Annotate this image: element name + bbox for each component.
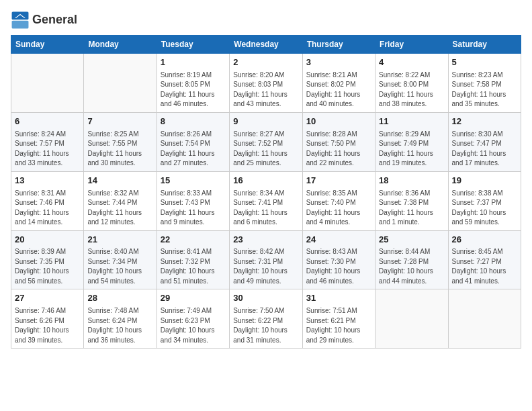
calendar-cell: 7Sunrise: 8:25 AM Sunset: 7:55 PM Daylig… (84, 112, 157, 171)
calendar-cell: 3Sunrise: 8:21 AM Sunset: 8:02 PM Daylig… (302, 54, 375, 113)
calendar-cell: 25Sunrise: 8:44 AM Sunset: 7:28 PM Dayli… (375, 230, 448, 289)
calendar-header-cell: Monday (84, 36, 157, 54)
cell-info-text: Sunrise: 8:30 AM Sunset: 7:47 PM Dayligh… (452, 130, 517, 169)
cell-info-text: Sunrise: 8:22 AM Sunset: 8:00 PM Dayligh… (379, 71, 444, 109)
day-number: 24 (306, 234, 371, 246)
logo: General (11, 11, 77, 30)
calendar-cell: 17Sunrise: 8:35 AM Sunset: 7:40 PM Dayli… (302, 171, 375, 230)
calendar-cell: 5Sunrise: 8:23 AM Sunset: 7:58 PM Daylig… (448, 54, 521, 113)
calendar-cell: 27Sunrise: 7:46 AM Sunset: 6:26 PM Dayli… (11, 289, 84, 349)
calendar-cell: 14Sunrise: 8:32 AM Sunset: 7:44 PM Dayli… (84, 171, 157, 230)
calendar-cell: 26Sunrise: 8:45 AM Sunset: 7:27 PM Dayli… (448, 230, 521, 289)
calendar-cell: 13Sunrise: 8:31 AM Sunset: 7:46 PM Dayli… (11, 171, 84, 230)
day-number: 28 (87, 292, 152, 305)
day-number: 30 (233, 292, 298, 305)
calendar-cell: 16Sunrise: 8:34 AM Sunset: 7:41 PM Dayli… (230, 171, 302, 230)
calendar-cell: 6Sunrise: 8:24 AM Sunset: 7:57 PM Daylig… (11, 112, 84, 171)
day-number: 19 (452, 175, 517, 187)
calendar-cell (375, 289, 448, 349)
cell-info-text: Sunrise: 8:20 AM Sunset: 8:03 PM Dayligh… (233, 71, 298, 109)
cell-info-text: Sunrise: 7:51 AM Sunset: 6:21 PM Dayligh… (306, 306, 371, 345)
svg-rect-2 (12, 21, 29, 29)
cell-info-text: Sunrise: 8:35 AM Sunset: 7:40 PM Dayligh… (306, 189, 371, 228)
day-number: 26 (452, 234, 517, 246)
page-header: General (11, 11, 521, 30)
cell-info-text: Sunrise: 8:34 AM Sunset: 7:41 PM Dayligh… (233, 189, 298, 228)
calendar-header-cell: Saturday (448, 36, 521, 54)
day-number: 7 (87, 116, 152, 128)
cell-info-text: Sunrise: 8:21 AM Sunset: 8:02 PM Dayligh… (306, 71, 371, 109)
svg-rect-1 (12, 12, 29, 20)
day-number: 16 (233, 175, 298, 187)
calendar-cell (84, 54, 157, 113)
calendar-cell: 9Sunrise: 8:27 AM Sunset: 7:52 PM Daylig… (230, 112, 302, 171)
calendar-header-cell: Friday (375, 36, 448, 54)
day-number: 5 (452, 56, 517, 69)
cell-info-text: Sunrise: 8:23 AM Sunset: 7:58 PM Dayligh… (452, 71, 517, 109)
cell-info-text: Sunrise: 8:38 AM Sunset: 7:37 PM Dayligh… (452, 189, 517, 228)
day-number: 10 (306, 116, 371, 128)
calendar-cell: 22Sunrise: 8:41 AM Sunset: 7:32 PM Dayli… (157, 230, 229, 289)
cell-info-text: Sunrise: 8:44 AM Sunset: 7:28 PM Dayligh… (379, 247, 444, 286)
calendar-cell: 29Sunrise: 7:49 AM Sunset: 6:23 PM Dayli… (157, 289, 229, 349)
logo-line1: General (32, 13, 77, 27)
day-number: 25 (379, 234, 444, 246)
day-number: 1 (161, 56, 226, 69)
calendar-table: SundayMondayTuesdayWednesdayThursdayFrid… (11, 35, 521, 349)
cell-info-text: Sunrise: 7:46 AM Sunset: 6:26 PM Dayligh… (15, 306, 80, 345)
calendar-cell (448, 289, 521, 349)
cell-info-text: Sunrise: 8:26 AM Sunset: 7:54 PM Dayligh… (161, 130, 226, 169)
cell-info-text: Sunrise: 8:27 AM Sunset: 7:52 PM Dayligh… (233, 130, 298, 169)
cell-info-text: Sunrise: 7:49 AM Sunset: 6:23 PM Dayligh… (161, 306, 226, 345)
day-number: 17 (306, 175, 371, 187)
calendar-cell: 20Sunrise: 8:39 AM Sunset: 7:35 PM Dayli… (11, 230, 84, 289)
day-number: 11 (379, 116, 444, 128)
day-number: 12 (452, 116, 517, 128)
calendar-cell (11, 54, 84, 113)
cell-info-text: Sunrise: 8:32 AM Sunset: 7:44 PM Dayligh… (87, 189, 152, 228)
calendar-cell: 15Sunrise: 8:33 AM Sunset: 7:43 PM Dayli… (157, 171, 229, 230)
day-number: 18 (379, 175, 444, 187)
day-number: 31 (306, 292, 371, 305)
calendar-cell: 28Sunrise: 7:48 AM Sunset: 6:24 PM Dayli… (84, 289, 157, 349)
calendar-cell: 31Sunrise: 7:51 AM Sunset: 6:21 PM Dayli… (302, 289, 375, 349)
calendar-header-cell: Tuesday (157, 36, 229, 54)
day-number: 4 (379, 56, 444, 69)
calendar-cell: 10Sunrise: 8:28 AM Sunset: 7:50 PM Dayli… (302, 112, 375, 171)
calendar-cell: 11Sunrise: 8:29 AM Sunset: 7:49 PM Dayli… (375, 112, 448, 171)
calendar-cell: 24Sunrise: 8:43 AM Sunset: 7:30 PM Dayli… (302, 230, 375, 289)
calendar-header-cell: Wednesday (230, 36, 302, 54)
day-number: 6 (15, 116, 80, 128)
logo-icon (11, 11, 30, 30)
day-number: 15 (161, 175, 226, 187)
cell-info-text: Sunrise: 8:41 AM Sunset: 7:32 PM Dayligh… (161, 247, 226, 286)
cell-info-text: Sunrise: 8:36 AM Sunset: 7:38 PM Dayligh… (379, 189, 444, 228)
calendar-cell: 2Sunrise: 8:20 AM Sunset: 8:03 PM Daylig… (230, 54, 302, 113)
cell-info-text: Sunrise: 8:25 AM Sunset: 7:55 PM Dayligh… (87, 130, 152, 169)
day-number: 22 (161, 234, 226, 246)
cell-info-text: Sunrise: 8:33 AM Sunset: 7:43 PM Dayligh… (161, 189, 226, 228)
cell-info-text: Sunrise: 8:28 AM Sunset: 7:50 PM Dayligh… (306, 130, 371, 169)
day-number: 9 (233, 116, 298, 128)
calendar-header-cell: Thursday (302, 36, 375, 54)
calendar-cell: 19Sunrise: 8:38 AM Sunset: 7:37 PM Dayli… (448, 171, 521, 230)
calendar-body: 1Sunrise: 8:19 AM Sunset: 8:05 PM Daylig… (11, 54, 521, 349)
calendar-week-row: 27Sunrise: 7:46 AM Sunset: 6:26 PM Dayli… (11, 289, 521, 349)
cell-info-text: Sunrise: 8:29 AM Sunset: 7:49 PM Dayligh… (379, 130, 444, 169)
calendar-cell: 30Sunrise: 7:50 AM Sunset: 6:22 PM Dayli… (230, 289, 302, 349)
cell-info-text: Sunrise: 8:39 AM Sunset: 7:35 PM Dayligh… (15, 247, 80, 286)
calendar-week-row: 13Sunrise: 8:31 AM Sunset: 7:46 PM Dayli… (11, 171, 521, 230)
cell-info-text: Sunrise: 7:50 AM Sunset: 6:22 PM Dayligh… (233, 306, 298, 345)
day-number: 13 (15, 175, 80, 187)
calendar-header-cell: Sunday (11, 36, 84, 54)
day-number: 2 (233, 56, 298, 69)
calendar-week-row: 20Sunrise: 8:39 AM Sunset: 7:35 PM Dayli… (11, 230, 521, 289)
calendar-cell: 8Sunrise: 8:26 AM Sunset: 7:54 PM Daylig… (157, 112, 229, 171)
day-number: 27 (15, 292, 80, 305)
cell-info-text: Sunrise: 7:48 AM Sunset: 6:24 PM Dayligh… (87, 306, 152, 345)
calendar-cell: 21Sunrise: 8:40 AM Sunset: 7:34 PM Dayli… (84, 230, 157, 289)
calendar-cell: 1Sunrise: 8:19 AM Sunset: 8:05 PM Daylig… (157, 54, 229, 113)
day-number: 23 (233, 234, 298, 246)
cell-info-text: Sunrise: 8:40 AM Sunset: 7:34 PM Dayligh… (87, 247, 152, 286)
day-number: 29 (161, 292, 226, 305)
